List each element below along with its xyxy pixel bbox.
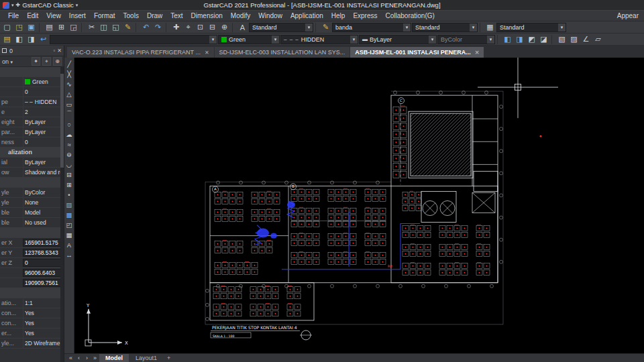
property-value[interactable]: 190909.7561 [23,279,62,287]
draworder-front-icon[interactable]: ◧ [502,34,513,45]
menu-text[interactable]: Text [166,12,186,19]
selection-type-dropdown[interactable]: on ▾ [2,58,13,65]
rectangle-icon[interactable]: ▭ [64,99,74,109]
hatch-icon[interactable]: ▨ [64,200,74,209]
region-icon[interactable]: ◰ [64,220,74,229]
chevron-down-icon[interactable]: ▾ [470,23,477,32]
property-row[interactable]: 96006.6403 [0,268,64,278]
menu-tools[interactable]: Tools [119,12,143,19]
arc-icon[interactable]: ⌒ [64,109,74,119]
property-row[interactable]: 190909.7561 [0,278,64,288]
color-combo[interactable]: Green▾ [218,35,280,44]
layer-properties-icon[interactable]: ▤ [1,34,13,45]
property-row[interactable]: er...Yes [0,328,64,339]
layer-isolate-icon[interactable]: ◨ [25,34,37,45]
menu-edit[interactable]: Edit [23,12,42,19]
measure-icon[interactable]: ∠ [580,34,592,45]
copy-icon[interactable]: ◫ [98,22,109,33]
area-icon[interactable]: ▱ [592,34,604,45]
property-value[interactable]: 0 [23,87,64,97]
property-row[interactable]: 0 [0,87,64,97]
chevron-down-icon[interactable]: ▾ [209,36,217,44]
construction-line-icon[interactable]: ╳ [64,69,74,78]
line-icon[interactable]: ╱ [64,59,74,68]
cut-icon[interactable]: ✂ [86,22,97,33]
layer-states-icon[interactable]: ◧ [13,34,25,45]
property-row[interactable]: bleModel [0,208,64,218]
doc-tab[interactable]: ASB-IJSM-EL-001 INSTALASI PENERA...✕ [350,47,484,58]
doc-tab[interactable]: SD-IJSM-ELC-003 INSTALLATION LAN SYS... [215,47,350,58]
chevron-down-icon[interactable]: ▾ [429,36,436,44]
property-value[interactable]: 2D Wireframe [23,339,64,348]
property-row[interactable]: er X165901.5175 [0,238,64,248]
add-layout-button[interactable]: + [164,355,174,361]
doc-tab[interactable]: VAC-O.223 INSTALASI PIPA REFRIGERANT ...… [67,47,214,58]
chevron-down-icon[interactable]: ▾ [272,36,279,44]
polyline-icon[interactable]: ∿ [64,79,74,88]
property-row[interactable]: yleByColor [0,188,64,198]
revcloud-icon[interactable]: ☁ [64,129,74,139]
scrollbar-thumb[interactable] [60,74,64,168]
layout-tab-layout1[interactable]: Layout1 [129,354,163,362]
prev-tab-button[interactable]: ‹ [75,355,83,361]
plotstyle-combo[interactable]: ByColor▾ [437,35,495,44]
menu-view[interactable]: View [42,12,65,19]
menu-draw[interactable]: Draw [143,12,166,19]
property-row[interactable]: bleNo used [0,218,64,228]
menu-application[interactable]: Application [286,12,327,19]
zoom-extents-icon[interactable]: ⊕ [219,22,230,33]
property-row[interactable]: con...Yes [0,318,64,328]
menu-modify[interactable]: Modify [227,12,254,19]
workspace-selector[interactable]: GstarCAD Classic [22,1,74,9]
menu-appearance[interactable]: Appear [617,12,640,19]
property-value[interactable]: 96006.6403 [23,269,62,277]
match-properties-icon[interactable]: ✎ [122,22,133,33]
property-value[interactable]: 2 [23,107,64,117]
point-icon[interactable]: • [64,190,74,199]
close-icon[interactable]: ✕ [475,50,480,56]
ellipse-arc-icon[interactable]: ◡ [64,160,74,169]
workspace-plus-icon[interactable]: ✚ [16,2,21,8]
property-value[interactable]: ByLayer [23,158,64,167]
lineweight-combo[interactable]: ▬ByLayer▾ [359,35,437,44]
property-value[interactable]: – –HIDDEN [23,97,64,107]
property-row[interactable]: yle...2D Wireframe [0,339,64,349]
property-row[interactable]: atio...1:1 [0,298,64,308]
chevron-down-icon[interactable]: ▾ [487,36,494,44]
close-icon[interactable]: ✕ [205,50,209,56]
property-value[interactable]: 123768.5343 [23,249,62,257]
chevron-down-icon[interactable]: ▾ [558,23,566,32]
draworder-back-icon[interactable]: ◨ [514,34,525,45]
property-row[interactable]: con...Yes [0,308,64,318]
property-value[interactable]: Shadow and recei... [23,168,64,177]
polygon-icon[interactable]: △ [64,89,74,99]
style-combo[interactable]: Standard▾ [249,23,313,32]
chevron-down-icon[interactable]: ▾ [76,3,78,8]
insert-block-icon[interactable]: ⊟ [64,170,74,179]
paste-icon[interactable]: ◱ [110,22,121,33]
open-file-icon[interactable]: ◳ [13,22,25,33]
property-row[interactable]: er Y123768.5343 [0,248,64,258]
make-block-icon[interactable]: ⊞ [64,180,74,189]
table-icon[interactable]: ▦ [64,230,74,239]
menu-format[interactable]: Format [90,12,119,19]
property-value[interactable]: No used [23,218,64,227]
ellipse-icon[interactable]: ⊖ [64,149,74,159]
drawing-area[interactable]: ╱╳∿△▭⌒○☁≈⊖◡⊟⊞•▨▩◰▦A↔ ABCPEKERJAAN TITIK … [64,58,644,353]
drawing-canvas[interactable]: ABCPEKERJAAN TITIK STOP KONTAK LANTAI 4S… [64,58,644,353]
property-row[interactable]: er Z0 [0,258,64,268]
quick-select-icon[interactable]: ✦ [32,57,40,66]
menu-window[interactable]: Window [254,12,286,19]
layer-combo[interactable]: ▾ [50,35,217,44]
draworder-above-icon[interactable]: ◩ [526,34,537,45]
chevron-down-icon[interactable]: ▾ [11,3,14,8]
property-row[interactable]: eightByLayer [0,117,64,127]
layer-previous-icon[interactable]: ↩ [38,34,49,45]
property-row[interactable]: ialByLayer [0,158,64,168]
property-row[interactable]: pe– –HIDDEN [0,97,64,107]
mtext-icon[interactable]: A [64,240,74,249]
property-row[interactable]: ness0 [0,137,64,147]
property-value[interactable]: Yes [23,308,64,318]
new-file-icon[interactable]: ▢ [1,22,13,33]
chevron-down-icon[interactable]: ▾ [403,23,411,32]
